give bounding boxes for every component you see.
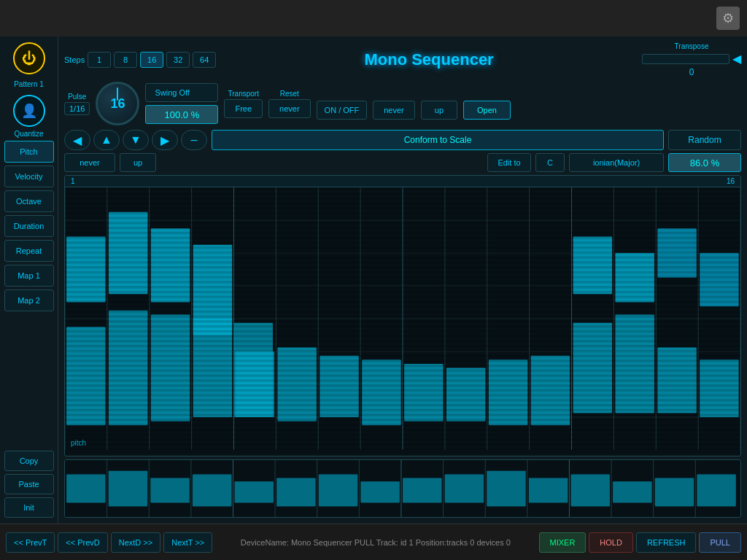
nav-minus-button[interactable]: – (181, 130, 207, 150)
conform-to-scale-button[interactable]: Conform to Scale (212, 130, 664, 150)
transport-value[interactable]: Free (224, 99, 263, 118)
device-info: DeviceName: Mono Sequencer PULL Track: i… (215, 538, 535, 547)
nav-btn-group: ◀ ▲ ▼ ▶ – (64, 130, 207, 150)
percent-display-2: 86.0 % (668, 153, 741, 172)
svg-rect-55 (150, 478, 190, 502)
nav-left-button[interactable]: ◀ (64, 130, 90, 150)
sidebar-item-velocity[interactable]: Velocity (4, 166, 54, 187)
bottom-bar: << PrevT << PrevD NextD >> NextT >> Devi… (0, 524, 747, 560)
header-section: Steps 1 8 16 32 64 Mono Sequencer Transp… (64, 42, 741, 77)
step-64-button[interactable]: 64 (193, 52, 216, 68)
up-button[interactable]: up (421, 101, 457, 120)
svg-rect-58 (276, 478, 316, 506)
sidebar-item-map2[interactable]: Map 2 (4, 289, 54, 311)
person-icon: 👤 (21, 103, 37, 119)
top-bar: ⚙ (0, 0, 747, 36)
transpose-label: Transpose (675, 42, 709, 50)
pattern-label: Pattern 1 (14, 80, 44, 89)
init-button[interactable]: Init (4, 497, 54, 518)
grid-numbers: 1 16 (65, 176, 740, 187)
nav-up-button[interactable]: ▲ (93, 130, 120, 150)
reset-value[interactable]: never (268, 99, 311, 118)
pull-button[interactable]: PULL (699, 532, 741, 553)
quantize-avatar[interactable]: 👤 (13, 95, 45, 127)
quantize-label: Quantize (14, 130, 43, 138)
hold-button[interactable]: HOLD (589, 532, 633, 553)
sequencer-svg (65, 187, 740, 450)
svg-rect-61 (403, 478, 442, 502)
step-32-button[interactable]: 32 (166, 52, 190, 68)
next-t-button[interactable]: NextT >> (163, 532, 212, 553)
grid-canvas[interactable]: pitch (65, 187, 740, 450)
percent-display: 100.0 % (145, 105, 218, 124)
second-row: Pulse 1/16 16 Swing Off 100.0 % Transpor… (64, 82, 741, 125)
svg-rect-67 (655, 478, 694, 506)
svg-rect-65 (570, 475, 610, 507)
step-16-button[interactable]: 16 (140, 52, 163, 68)
transport-section: Transport Free (224, 90, 263, 118)
content-area: Steps 1 8 16 32 64 Mono Sequencer Transp… (58, 36, 747, 524)
never-button[interactable]: never (373, 101, 415, 120)
svg-rect-56 (193, 475, 232, 507)
svg-rect-68 (697, 475, 736, 507)
transpose-section: Transpose ◀ 0 (642, 42, 741, 77)
swing-percent-group: Swing Off 100.0 % (145, 83, 218, 124)
transpose-slider[interactable] (642, 54, 729, 64)
sidebar-item-repeat[interactable]: Repeat (4, 240, 54, 262)
step-1-button[interactable]: 1 (88, 52, 111, 68)
edit-row: never up Edit to C ionian(Major) 86.0 % (64, 153, 741, 172)
svg-rect-50 (65, 187, 740, 450)
sidebar-item-octave[interactable]: Octave (4, 190, 54, 212)
next-d-button[interactable]: NextD >> (111, 532, 160, 553)
seq-controls-row: ◀ ▲ ▼ ▶ – Conform to Scale Random (64, 130, 741, 150)
swing-button[interactable]: Swing Off (145, 83, 218, 102)
refresh-button[interactable]: REFRESH (636, 532, 697, 553)
sequencer-grid: 1 16 (64, 175, 741, 456)
svg-rect-66 (613, 481, 652, 502)
sidebar-item-map1[interactable]: Map 1 (4, 265, 54, 287)
open-button[interactable]: Open (463, 101, 511, 120)
on-off-button[interactable]: ON / OFF (317, 101, 368, 120)
pulse-value: 1/16 (64, 102, 90, 115)
power-button[interactable]: ⏻ (13, 42, 45, 74)
steps-label: Steps (64, 55, 85, 64)
nav-down-button[interactable]: ▼ (123, 130, 149, 150)
grid-number-end: 16 (727, 177, 735, 185)
transport-label: Transport (228, 90, 259, 98)
main-container: ⏻ Pattern 1 👤 Quantize Pitch Velocity Oc… (0, 36, 747, 524)
scale-select[interactable]: ionian(Major) (569, 153, 664, 172)
svg-rect-59 (319, 475, 358, 507)
reset-section: Reset never (268, 90, 311, 118)
power-icon: ⏻ (22, 50, 36, 67)
transpose-value: 0 (689, 67, 694, 77)
nav-right-button[interactable]: ▶ (152, 130, 178, 150)
sequencer-title: Mono Sequencer (223, 50, 635, 69)
pulse-label: Pulse (68, 93, 86, 101)
tempo-knob[interactable]: 16 (96, 82, 139, 125)
up-select[interactable]: up (120, 153, 156, 172)
key-select[interactable]: C (535, 153, 565, 172)
prev-t-button[interactable]: << PrevT (6, 532, 55, 553)
random-button[interactable]: Random (668, 130, 741, 150)
svg-rect-57 (235, 481, 274, 502)
gear-icon[interactable]: ⚙ (716, 7, 740, 30)
transpose-arrow-icon[interactable]: ◀ (732, 52, 741, 66)
edit-to-button[interactable]: Edit to (487, 153, 531, 172)
mixer-button[interactable]: MIXER (539, 532, 587, 553)
paste-button[interactable]: Paste (4, 474, 54, 494)
steps-section: Steps 1 8 16 32 64 (64, 52, 216, 68)
never-select[interactable]: never (64, 153, 115, 172)
pulse-section: Pulse 1/16 (64, 93, 90, 115)
copy-button[interactable]: Copy (4, 451, 54, 471)
prev-d-button[interactable]: << PrevD (58, 532, 107, 553)
transpose-slider-container: ◀ (642, 52, 741, 66)
step-8-button[interactable]: 8 (114, 52, 137, 68)
sidebar-item-pitch[interactable]: Pitch (4, 141, 54, 163)
svg-rect-63 (487, 471, 526, 507)
mini-grid (64, 459, 741, 518)
sidebar-item-duration[interactable]: Duration (4, 215, 54, 237)
svg-rect-53 (66, 475, 106, 503)
left-sidebar: ⏻ Pattern 1 👤 Quantize Pitch Velocity Oc… (0, 36, 58, 524)
svg-rect-60 (360, 481, 400, 502)
grid-number-start: 1 (71, 177, 75, 185)
